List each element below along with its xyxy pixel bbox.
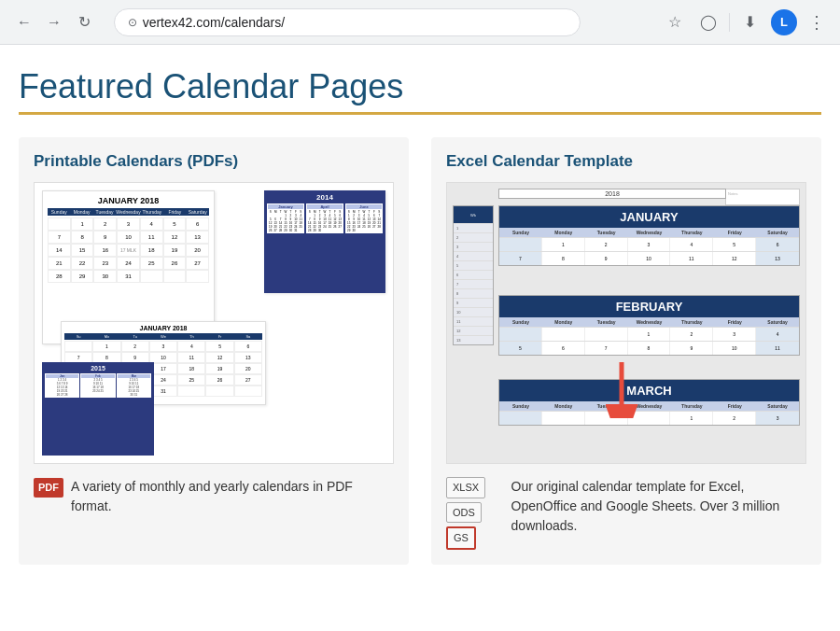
year-label-2018: 2018 — [498, 189, 726, 199]
week-numbers-sidebar: Wk 1 2 3 4 5 6 7 8 9 10 11 12 13 — [453, 205, 494, 345]
toolbar-right: ☆ ◯ ⬇ L ⋮ — [662, 8, 829, 36]
user-avatar[interactable]: L — [771, 9, 797, 35]
printable-desc: PDF A variety of monthly and yearly cale… — [34, 477, 394, 516]
day-header-sun: Sunday — [48, 208, 70, 216]
site-info-icon: ⊙ — [128, 16, 137, 29]
march-header: MARCH — [499, 380, 799, 401]
excel-card-desc: XLSX ODS GS Our original calendar templa… — [446, 477, 806, 550]
year-2015-calendar: 2015 Jan 1 2 3 4 5 6 7 8 9 12 13 14 19 2… — [42, 362, 154, 456]
march-month-block: MARCH Sunday Monday Tuesday Wednesday Th… — [498, 379, 800, 426]
mini-months: January SMTWTFS 1234 567891011 121314151… — [267, 203, 383, 233]
ods-badge: ODS — [446, 502, 482, 524]
bookmark-button[interactable]: ☆ — [662, 9, 688, 35]
url-display: vertex42.com/calendars/ — [143, 15, 286, 30]
excel-calendar-image[interactable]: 2018 Notes Wk 1 2 3 4 5 6 7 8 — [446, 182, 806, 464]
format-badges: XLSX ODS GS — [446, 477, 504, 550]
day-header-thu: Thursday — [141, 208, 163, 216]
excel-desc-text: Our original calendar template for Excel… — [511, 477, 806, 536]
day-header-mon: Monday — [70, 208, 92, 216]
february-header: FEBRUARY — [499, 296, 799, 317]
february-month-block: FEBRUARY Sunday Monday Tuesday Wednesday… — [498, 295, 800, 356]
main-cal-header: JANUARY 2018 — [48, 196, 209, 205]
download-button[interactable]: ⬇ — [737, 9, 763, 35]
day-header-tue: Tuesday — [93, 208, 116, 216]
pdf-badge: PDF — [34, 478, 63, 498]
printable-desc-text: A variety of monthly and yearly calendar… — [71, 477, 394, 516]
share-button[interactable]: ◯ — [695, 9, 721, 35]
printable-calendars-title[interactable]: Printable Calendars (PDFs) — [34, 152, 394, 171]
nav-buttons: ← → ↻ — [11, 9, 97, 35]
page-content: Featured Calendar Pages Printable Calend… — [0, 45, 840, 583]
printable-calendars-image[interactable]: JANUARY 2018 Sunday Monday Tuesday Wedne… — [34, 182, 394, 464]
year-2014-calendar: 2014 January SMTWTFS 1234 567891011 1213… — [264, 190, 385, 293]
cal-day-headers: Sunday Monday Tuesday Wednesday Thursday… — [48, 208, 209, 216]
printable-calendars-card: Printable Calendars (PDFs) JANUARY 2018 … — [19, 137, 409, 565]
january-day-headers: Sunday Monday Tuesday Wednesday Thursday… — [499, 228, 799, 237]
day-header-fri: Friday — [163, 208, 186, 216]
forward-button[interactable]: → — [41, 9, 67, 35]
toolbar-divider — [729, 13, 730, 32]
cards-row: Printable Calendars (PDFs) JANUARY 2018 … — [19, 137, 821, 565]
reload-button[interactable]: ↻ — [71, 9, 97, 35]
xlsx-badge: XLSX — [446, 477, 485, 498]
red-arrow — [598, 362, 645, 418]
excel-mockup: 2018 Notes Wk 1 2 3 4 5 6 7 8 — [447, 183, 805, 463]
day-header-wed: Wednesday — [116, 208, 140, 216]
address-bar[interactable]: ⊙ vertex42.com/calendars/ — [114, 8, 581, 36]
title-underline — [19, 112, 821, 115]
page-title: Featured Calendar Pages — [19, 67, 821, 106]
menu-button[interactable]: ⋮ — [805, 8, 829, 36]
january-header: JANUARY — [499, 206, 799, 228]
browser-chrome: ← → ↻ ⊙ vertex42.com/calendars/ ☆ ◯ ⬇ L … — [0, 0, 840, 45]
january-month-block: JANUARY Sunday Monday Tuesday Wednesday … — [498, 205, 800, 266]
march-day-headers: Sunday Monday Tuesday Wednesday Thursday… — [499, 401, 799, 411]
cal-grid: 1 2 3 4 5 6 7 8 9 10 11 12 — [48, 217, 209, 283]
day-header-sat: Saturday — [187, 208, 209, 216]
back-button[interactable]: ← — [11, 9, 37, 35]
notes-area: Notes — [725, 189, 800, 205]
excel-calendar-title[interactable]: Excel Calendar Template — [446, 152, 806, 171]
excel-calendar-card: Excel Calendar Template 2018 Notes Wk 1 … — [431, 137, 821, 565]
february-day-headers: Sunday Monday Tuesday Wednesday Thursday… — [499, 317, 799, 327]
gs-badge: GS — [446, 526, 476, 550]
